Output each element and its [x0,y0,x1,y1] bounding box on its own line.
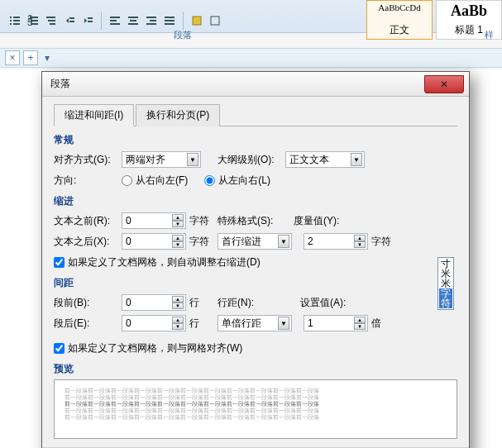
svg-rect-11 [31,23,38,25]
grid-align-checkbox[interactable]: 如果定义了文档网格，则与网格对齐(W) [54,341,242,355]
spin-down-icon[interactable]: ▼ [354,323,366,330]
svg-rect-29 [165,20,175,21]
ribbon: 123 段落 AaBbCcDd 正文 AaBb 标题 1 样 [0,0,502,41]
list-bullet-icon[interactable] [7,12,23,29]
tab-indent-spacing[interactable]: 缩进和间距(I) [54,104,134,126]
group-label-paragraph: 段落 [174,29,192,41]
text-after-label: 文本之后(X): [54,235,122,249]
setvalue-label: 设置值(A): [300,296,346,310]
spin-down-icon[interactable]: ▼ [172,323,184,330]
list-number-icon[interactable]: 123 [25,12,41,29]
spin-down-icon[interactable]: ▼ [172,221,184,227]
svg-rect-26 [150,20,156,21]
svg-rect-19 [110,17,120,18]
decrease-indent-icon[interactable] [61,12,78,29]
svg-rect-22 [128,17,138,18]
outline-label: 大纲级别(O): [218,153,285,167]
svg-rect-4 [10,23,12,25]
linespacing-label: 行距(N): [218,296,267,310]
multilevel-list-icon[interactable] [43,12,60,29]
text-before-spinner[interactable]: 0▲▼ [122,212,186,229]
increase-indent-icon[interactable] [79,12,96,29]
svg-rect-20 [110,20,117,21]
measure-spinner[interactable]: 2▲▼ [304,233,368,250]
svg-rect-32 [211,17,219,25]
svg-rect-12 [46,17,55,18]
group-label-styles: 样 [485,29,494,41]
borders-icon[interactable] [207,12,223,29]
spin-down-icon[interactable]: ▼ [172,241,184,248]
chevron-down-icon: ▼ [351,153,362,166]
svg-rect-28 [165,17,175,18]
tab-add-icon[interactable]: + [23,50,38,65]
unit-option-selected[interactable]: 字符 [439,288,452,308]
svg-rect-14 [50,23,55,25]
text-before-label: 文本之前(R): [54,214,122,228]
direction-ltr-radio[interactable]: 从左向右(L) [204,174,270,188]
outline-combo[interactable]: 正文文本▼ [285,151,365,168]
paragraph-dialog: 段落 ✕ 缩进和间距(I) 换行和分页(P) 常规 对齐方式(G): 两端对齐▼… [41,71,470,448]
tab-close-icon[interactable]: × [5,50,20,65]
preview-line: 前一段落前一段落前一段落前一段落前一段落前一段落前一段落前一段落前一段落前一段落… [65,407,447,413]
tab-line-page-breaks[interactable]: 换行和分页(P) [136,104,220,126]
general-section: 常规 对齐方式(G): 两端对齐▼ 大纲级别(O): 正文文本▼ 方向: 从右向… [54,133,457,189]
after-spinner[interactable]: 0▲▼ [122,315,186,331]
separator-icon [183,12,184,30]
before-spinner[interactable]: 0▲▼ [122,294,186,311]
chevron-down-icon: ▼ [278,235,289,248]
linespacing-combo[interactable]: 单倍行距▼ [218,315,292,331]
spin-down-icon[interactable]: ▼ [354,241,366,248]
align-justify-icon[interactable] [161,12,178,29]
spin-up-icon[interactable]: ▲ [354,317,366,323]
text-after-spinner[interactable]: 0▲▼ [122,233,186,250]
unit-line: 行 [189,296,211,310]
section-title: 间距 [54,276,457,290]
unit-option[interactable]: 米米 [439,269,452,288]
measure-label: 度量值(Y): [294,214,339,228]
section-title: 缩进 [54,194,457,208]
spin-up-icon[interactable]: ▲ [172,235,184,241]
alignment-label: 对齐方式(G): [54,153,122,167]
spin-up-icon[interactable]: ▲ [172,296,184,303]
chevron-down-icon: ▼ [187,153,198,166]
align-right-icon[interactable] [143,12,160,29]
separator-icon [101,12,102,30]
preview-box: 前一段落前一段落前一段落前一段落前一段落前一段落前一段落前一段落前一段落前一段落… [54,379,457,439]
align-center-icon[interactable] [125,12,141,29]
spin-up-icon[interactable]: ▲ [354,235,366,241]
dialog-title: 段落 [50,77,70,91]
dialog-tabs: 缩进和间距(I) 换行和分页(P) [54,103,457,126]
alignment-combo[interactable]: 两端对齐▼ [122,151,201,168]
unit-char: 字符 [189,235,211,249]
svg-rect-0 [10,17,12,18]
svg-rect-25 [146,17,156,18]
preview-line: 前一段落前一段落前一段落前一段落前一段落前一段落前一段落前一段落前一段落前一段落… [65,387,447,393]
auto-indent-checkbox[interactable]: 如果定义了文档网格，则自动调整右缩进(D) [54,255,261,269]
special-combo[interactable]: 首行缩进▼ [218,233,292,250]
unit-line: 行 [189,317,211,331]
tab-dropdown-icon[interactable]: ▾ [41,50,53,65]
preview-section: 预览 前一段落前一段落前一段落前一段落前一段落前一段落前一段落前一段落前一段落前… [54,362,457,439]
close-button[interactable]: ✕ [424,75,464,93]
svg-rect-13 [48,20,55,21]
setvalue-spinner[interactable]: 1▲▼ [304,315,368,331]
style-name: 正文 [369,23,430,37]
svg-rect-23 [130,20,136,21]
svg-rect-30 [165,23,175,25]
special-label: 特殊格式(S): [218,214,277,228]
unit-dropdown-list[interactable]: 寸 米米 字符 [437,257,454,310]
dialog-titlebar[interactable]: 段落 ✕ [42,72,469,97]
section-title: 预览 [54,362,457,376]
spin-down-icon[interactable]: ▼ [172,303,184,309]
align-left-icon[interactable] [107,12,123,29]
shading-icon[interactable] [189,12,205,29]
document-tabs: × + ▾ [0,48,502,68]
unit-char: 字符 [371,235,393,249]
style-normal[interactable]: AaBbCcDd 正文 [366,0,433,40]
style-sample: AaBbCcDd [369,2,430,12]
spin-up-icon[interactable]: ▲ [172,317,184,323]
spin-up-icon[interactable]: ▲ [172,214,184,221]
svg-rect-5 [13,23,20,25]
unit-char: 字符 [189,214,211,228]
direction-rtl-radio[interactable]: 从右向左(F) [122,174,188,188]
